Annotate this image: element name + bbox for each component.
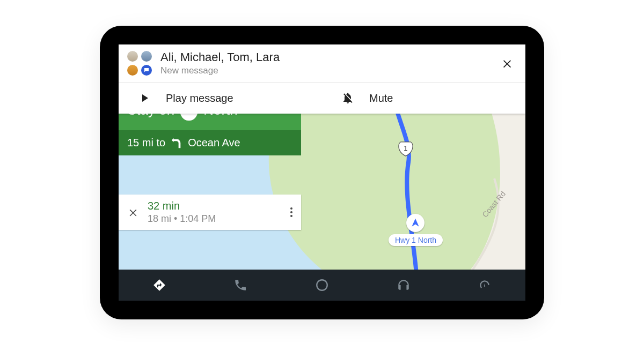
- avatar-icon: [126, 64, 139, 77]
- tab-home[interactable]: [281, 270, 363, 301]
- headphones-icon: [397, 278, 411, 292]
- vehicle-marker-icon: [406, 214, 425, 232]
- notification-title: Ali, Michael, Tom, Lara: [160, 50, 280, 64]
- speedometer-icon: [478, 278, 492, 292]
- eta-details: 18 mi • 1:04 PM: [148, 213, 216, 225]
- play-icon: [138, 92, 151, 105]
- phone-icon: [233, 278, 247, 292]
- dismiss-notification-button[interactable]: [499, 55, 516, 72]
- eta-overflow-button[interactable]: [290, 207, 292, 217]
- eta-duration: 32 min: [148, 200, 216, 212]
- circle-icon: [315, 278, 329, 292]
- close-icon: [501, 57, 513, 69]
- navigation-icon: [152, 278, 166, 292]
- eta-card: 32 min 18 mi • 1:04 PM: [119, 195, 301, 230]
- bottom-tab-bar: [119, 270, 525, 301]
- close-nav-button[interactable]: [126, 205, 140, 219]
- tab-navigation[interactable]: [119, 270, 200, 301]
- current-road-label: Hwy 1 North: [389, 234, 443, 246]
- mute-label: Mute: [369, 92, 393, 105]
- avatar-icon: [140, 50, 153, 63]
- svg-text:1: 1: [404, 144, 407, 152]
- turn-left-icon: [171, 137, 182, 149]
- group-avatars: [126, 50, 153, 77]
- notification-subtitle: New message: [160, 65, 280, 76]
- avatar-icon: [126, 50, 139, 63]
- app-badge-icon: [140, 64, 153, 77]
- device-bezel: 1 Hwy 1 North Coast Rd Stay on 1 North 1…: [100, 26, 544, 319]
- notification-card: Ali, Michael, Tom, Lara New message Play…: [119, 44, 525, 114]
- route-shield-icon: 1: [398, 141, 414, 157]
- play-message-button[interactable]: Play message: [119, 83, 322, 114]
- tab-music[interactable]: [363, 270, 444, 301]
- svg-point-1: [317, 280, 327, 290]
- mute-icon: [341, 92, 354, 105]
- play-message-label: Play message: [166, 92, 233, 105]
- close-icon: [128, 207, 138, 218]
- next-step-dest: Ocean Ave: [188, 137, 240, 149]
- tab-phone[interactable]: [200, 270, 282, 301]
- mute-button[interactable]: Mute: [322, 83, 525, 114]
- screen: 1 Hwy 1 North Coast Rd Stay on 1 North 1…: [119, 44, 525, 301]
- next-step-distance: 15 mi to: [127, 137, 165, 149]
- tab-dashboard[interactable]: [444, 270, 525, 301]
